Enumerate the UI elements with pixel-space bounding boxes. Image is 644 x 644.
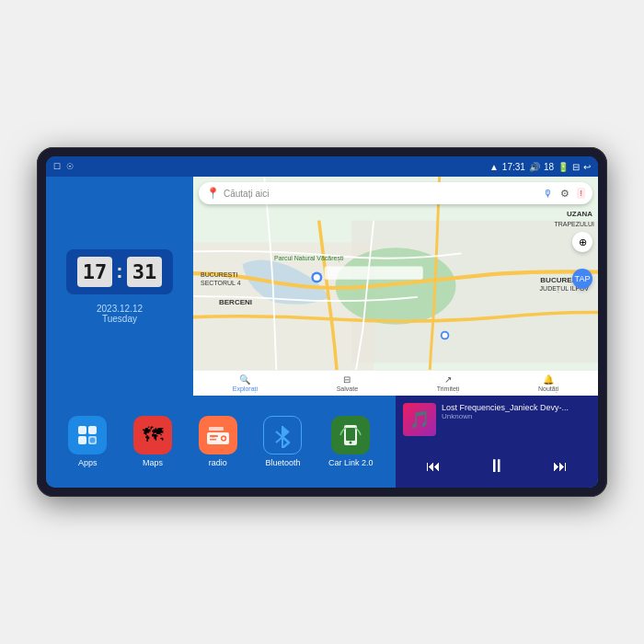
map-tab-explore-label: Explorați — [233, 385, 258, 392]
svg-point-13 — [90, 438, 96, 443]
music-title: Lost Frequencies_Janieck Devy-... — [442, 403, 591, 412]
svg-rect-19 — [210, 439, 216, 441]
date-info: 2023.12.12 Tuesday — [97, 304, 143, 324]
music-info-area: 🎵 Lost Frequencies_Janieck Devy-... Unkn… — [403, 403, 591, 436]
map-voice-icon[interactable]: 🎙 — [543, 188, 553, 199]
svg-rect-15 — [209, 427, 224, 431]
news-icon: 🔔 — [543, 374, 554, 385]
map-location-button[interactable]: ⊕ — [572, 232, 592, 252]
map-search-placeholder: Căutați aici — [224, 189, 269, 199]
carlink-label: Car Link 2.0 — [328, 458, 374, 467]
map-tap-button[interactable]: TAP — [572, 269, 592, 289]
album-art-icon: 🎵 — [409, 409, 430, 430]
carlink-icon-box — [331, 416, 370, 454]
maps-label: Maps — [143, 458, 163, 467]
home-icon: ☐ — [53, 162, 61, 171]
music-player: 🎵 Lost Frequencies_Janieck Devy-... Unkn… — [396, 396, 598, 488]
svg-text:FM: FM — [210, 435, 214, 439]
left-panel: 17 : 31 2023.12.12 Tuesday — [46, 177, 193, 396]
apps-label: Apps — [78, 458, 98, 467]
battery-value: 18 — [544, 162, 554, 172]
music-info: Lost Frequencies_Janieck Devy-... Unknow… — [442, 403, 591, 420]
status-right: ▲ 17:31 🔊 18 🔋 ⊟ ↩ — [489, 162, 591, 172]
app-icon-apps[interactable]: Apps — [68, 416, 107, 467]
nav-icon: ☉ — [66, 162, 74, 171]
volume-icon: 🔊 — [529, 162, 540, 172]
map-label-sector4: BUCUREȘTISECTORUL 4 — [201, 270, 241, 287]
map-panel[interactable]: 📍 Căutați aici 🎙 ⚙ ! UZANA TRAPEZULUI Pa… — [193, 177, 598, 396]
map-label-park: Parcul Natural Văcărești — [274, 255, 343, 261]
prev-button[interactable]: ⏮ — [426, 458, 441, 475]
radio-label: radio — [209, 458, 227, 467]
svg-rect-9 — [78, 426, 86, 434]
apps-area: Apps 🗺 Maps — [46, 396, 396, 488]
back-icon[interactable]: ↩ — [583, 162, 591, 172]
signal-icon: ▲ — [489, 162, 499, 172]
svg-rect-8 — [325, 267, 423, 280]
map-tab-news[interactable]: 🔔 Noutăți — [538, 374, 558, 392]
svg-point-17 — [222, 437, 224, 440]
map-label-uzana: UZANA — [567, 210, 592, 218]
date-text: 2023.12.12 — [97, 304, 143, 314]
svg-point-7 — [443, 333, 448, 339]
bluetooth-icon — [272, 422, 293, 448]
album-art: 🎵 — [403, 403, 436, 436]
map-tab-explore[interactable]: 🔍 Explorați — [233, 374, 258, 392]
apps-grid-icon — [76, 424, 98, 446]
maps-icon: 🗺 — [143, 423, 163, 447]
map-svg — [193, 177, 598, 396]
status-left: ☐ ☉ — [53, 162, 74, 171]
explore-icon: 🔍 — [239, 374, 250, 385]
map-tab-send[interactable]: ↗ Trimiteți — [437, 374, 460, 392]
screen: ☐ ☉ ▲ 17:31 🔊 18 🔋 ⊟ ↩ 17 : — [46, 156, 598, 488]
send-icon: ↗ — [444, 374, 452, 385]
map-label-berceni: BERCENI — [219, 298, 252, 306]
svg-rect-11 — [78, 436, 86, 444]
next-button[interactable]: ⏭ — [553, 458, 568, 475]
svg-rect-25 — [346, 428, 355, 441]
map-search-bar[interactable]: 📍 Căutați aici 🎙 ⚙ ! — [199, 182, 592, 204]
maps-icon-box: 🗺 — [133, 416, 172, 454]
music-artist: Unknown — [442, 412, 591, 420]
radio-icon-box: FM — [199, 416, 237, 454]
car-screen-device: ☐ ☉ ▲ 17:31 🔊 18 🔋 ⊟ ↩ 17 : — [37, 147, 607, 497]
music-controls: ⏮ ⏸ ⏭ — [403, 452, 591, 480]
day-text: Tuesday — [97, 314, 143, 324]
svg-point-5 — [314, 274, 320, 281]
saved-icon: ⊟ — [343, 374, 351, 385]
clock-separator: : — [116, 259, 122, 283]
map-tab-saved[interactable]: ⊟ Salvate — [337, 374, 358, 392]
radio-icon: FM — [206, 425, 230, 445]
map-label-trapezului: TRAPEZULUI — [554, 221, 594, 227]
app-icon-bluetooth[interactable]: Bluetooth — [263, 416, 302, 467]
app-icon-carlink[interactable]: Car Link 2.0 — [328, 416, 374, 467]
main-content: 17 : 31 2023.12.12 Tuesday — [46, 177, 598, 488]
battery-icon: 🔋 — [558, 162, 569, 172]
app-icon-maps[interactable]: 🗺 Maps — [133, 416, 172, 467]
status-time: 17:31 — [502, 162, 525, 172]
app-icon-radio[interactable]: FM radio — [199, 416, 237, 467]
map-warning-icon: ! — [577, 188, 585, 199]
map-pin-icon: 📍 — [206, 187, 220, 200]
svg-rect-10 — [88, 426, 97, 434]
carlink-icon — [339, 422, 362, 448]
clock-hours: 17 — [77, 257, 113, 287]
map-bottom-bar: 🔍 Explorați ⊟ Salvate ↗ Trimiteți 🔔 — [193, 370, 598, 396]
apps-icon-box — [68, 416, 107, 454]
bluetooth-icon-box — [263, 416, 302, 454]
map-tab-saved-label: Salvate — [337, 385, 358, 392]
bottom-section: Apps 🗺 Maps — [46, 396, 598, 488]
clock-widget: 17 : 31 — [66, 249, 173, 294]
map-tab-send-label: Trimiteți — [437, 385, 460, 392]
wifi-icon: ⊟ — [572, 162, 580, 172]
map-settings-icon[interactable]: ⚙ — [560, 188, 569, 200]
bluetooth-label: Bluetooth — [265, 458, 300, 467]
status-bar: ☐ ☉ ▲ 17:31 🔊 18 🔋 ⊟ ↩ — [46, 156, 598, 177]
clock-minutes: 31 — [127, 257, 163, 287]
map-tab-news-label: Noutăți — [538, 385, 558, 392]
play-pause-button[interactable]: ⏸ — [488, 455, 506, 477]
svg-point-26 — [350, 442, 352, 444]
top-section: 17 : 31 2023.12.12 Tuesday — [46, 177, 598, 396]
